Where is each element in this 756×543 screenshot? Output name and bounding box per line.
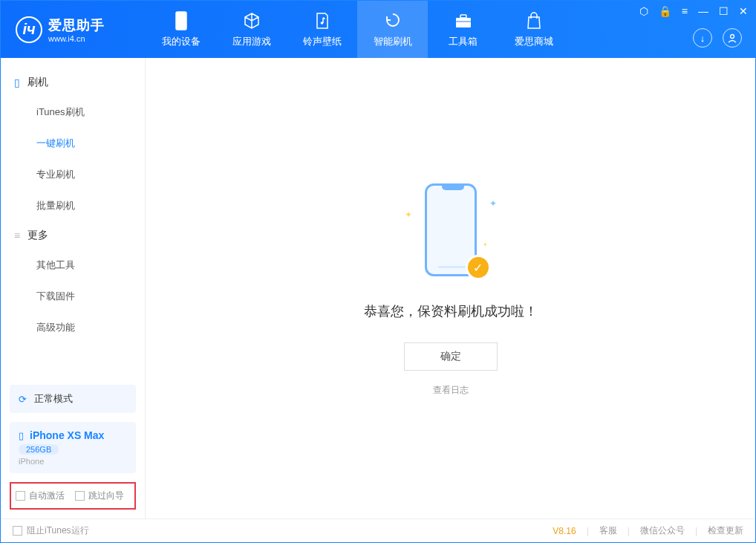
mode-card[interactable]: ⟳ 正常模式	[10, 385, 136, 413]
refresh-shield-icon	[383, 11, 403, 30]
music-file-icon	[313, 11, 332, 30]
wechat-link[interactable]: 微信公众号	[640, 524, 685, 537]
checkbox-auto-activate[interactable]: 自动激活	[16, 490, 65, 502]
sidebar-item-batch-flash[interactable]: 批量刷机	[1, 190, 145, 221]
app-window: iч 爱思助手 www.i4.cn 我的设备 应用游戏 铃声壁纸 智能刷机	[0, 0, 756, 543]
logo-icon: iч	[16, 16, 42, 43]
refresh-icon: ⟳	[19, 394, 27, 405]
sidebar-group-more: ≡ 更多	[1, 221, 145, 250]
group-title: 刷机	[27, 76, 48, 89]
body: ▯ 刷机 iTunes刷机 一键刷机 专业刷机 批量刷机 ≡ 更多 其他工具 下…	[1, 58, 755, 518]
checkbox-icon	[75, 491, 85, 501]
tab-label: 应用游戏	[232, 35, 271, 48]
download-button[interactable]: ↓	[693, 28, 712, 48]
logo-area: iч 爱思助手 www.i4.cn	[1, 16, 146, 43]
checkbox-icon	[13, 526, 22, 536]
tab-ringtone-wallpaper[interactable]: 铃声壁纸	[287, 1, 357, 58]
logo-text: 爱思助手 www.i4.cn	[48, 16, 105, 43]
device-icon: ▯	[19, 430, 24, 441]
check-badge-icon: ✓	[466, 255, 491, 280]
sparkle-icon: ✦	[483, 241, 488, 248]
menu-icon[interactable]: ≡	[682, 5, 688, 17]
sparkle-icon: ✦	[405, 209, 412, 220]
toolbox-icon	[454, 11, 473, 30]
minimize-icon[interactable]: —	[698, 5, 708, 17]
version-label: V8.16	[553, 526, 576, 536]
view-log-link[interactable]: 查看日志	[433, 384, 469, 397]
check-update-link[interactable]: 检查更新	[708, 524, 743, 537]
checkbox-icon	[16, 491, 25, 501]
svg-rect-3	[456, 18, 471, 27]
statusbar: 阻止iTunes运行 V8.16 | 客服 | 微信公众号 | 检查更新	[1, 518, 755, 542]
header: iч 爱思助手 www.i4.cn 我的设备 应用游戏 铃声壁纸 智能刷机	[1, 1, 755, 58]
app-title: 爱思助手	[48, 16, 105, 34]
support-link[interactable]: 客服	[599, 524, 617, 537]
tab-apps-games[interactable]: 应用游戏	[216, 1, 287, 58]
tab-label: 我的设备	[162, 35, 201, 48]
close-icon[interactable]: ✕	[739, 5, 748, 17]
header-actions: ↓	[693, 28, 742, 48]
checkbox-skip-guide[interactable]: 跳过向导	[75, 490, 124, 502]
tab-label: 爱思商城	[515, 35, 553, 48]
tab-my-device[interactable]: 我的设备	[146, 1, 216, 58]
statusbar-right: V8.16 | 客服 | 微信公众号 | 检查更新	[553, 524, 743, 537]
sidebar-item-itunes-flash[interactable]: iTunes刷机	[1, 97, 145, 128]
svg-point-2	[320, 22, 323, 25]
main-content: ✦ ✦ ✦ ✓ 恭喜您，保资料刷机成功啦！ 确定 查看日志	[146, 58, 755, 518]
cube-icon	[242, 11, 261, 30]
device-capacity: 256GB	[19, 444, 59, 455]
lock-icon[interactable]: 🔒	[659, 5, 671, 17]
checkbox-block-itunes[interactable]: 阻止iTunes运行	[13, 524, 89, 537]
phone-icon	[172, 11, 191, 30]
tab-smart-flash[interactable]: 智能刷机	[357, 1, 428, 58]
svg-point-1	[180, 26, 181, 27]
success-message: 恭喜您，保资料刷机成功啦！	[364, 302, 538, 320]
bag-icon	[524, 11, 544, 30]
sidebar-item-other-tools[interactable]: 其他工具	[1, 250, 145, 281]
checkbox-label: 自动激活	[29, 490, 65, 502]
nav-tabs: 我的设备 应用游戏 铃声壁纸 智能刷机 工具箱 爱思商城	[146, 1, 569, 58]
tab-store[interactable]: 爱思商城	[498, 1, 569, 58]
phone-small-icon: ▯	[14, 77, 20, 88]
user-button[interactable]	[723, 28, 742, 48]
device-type: iPhone	[19, 457, 127, 466]
tab-label: 智能刷机	[374, 35, 412, 48]
options-highlight-box: 自动激活 跳过向导	[10, 482, 136, 510]
window-controls: ⬡ 🔒 ≡ — ☐ ✕	[639, 5, 748, 17]
tab-toolbox[interactable]: 工具箱	[428, 1, 498, 58]
ok-button[interactable]: 确定	[404, 342, 498, 371]
tab-label: 工具箱	[449, 35, 478, 48]
svg-point-6	[731, 35, 734, 39]
app-url: www.i4.cn	[48, 34, 105, 43]
maximize-icon[interactable]: ☐	[719, 5, 729, 17]
checkbox-label: 阻止iTunes运行	[27, 524, 89, 537]
shirt-icon[interactable]: ⬡	[639, 5, 648, 17]
mode-label: 正常模式	[34, 392, 73, 406]
sidebar: ▯ 刷机 iTunes刷机 一键刷机 专业刷机 批量刷机 ≡ 更多 其他工具 下…	[1, 58, 146, 518]
tab-label: 铃声壁纸	[303, 35, 342, 48]
device-name: iPhone XS Max	[30, 429, 104, 441]
group-title: 更多	[27, 229, 48, 242]
list-icon: ≡	[14, 230, 20, 241]
svg-rect-4	[460, 15, 466, 18]
sidebar-item-advanced[interactable]: 高级功能	[1, 312, 145, 343]
sparkle-icon: ✦	[489, 198, 497, 209]
sidebar-item-download-firmware[interactable]: 下载固件	[1, 281, 145, 312]
device-card[interactable]: ▯ iPhone XS Max 256GB iPhone	[10, 422, 136, 473]
sidebar-item-pro-flash[interactable]: 专业刷机	[1, 159, 145, 190]
success-illustration: ✦ ✦ ✦ ✓	[384, 180, 518, 284]
sidebar-item-oneclick-flash[interactable]: 一键刷机	[1, 128, 145, 159]
sidebar-group-flash: ▯ 刷机	[1, 68, 145, 97]
checkbox-label: 跳过向导	[88, 490, 124, 502]
